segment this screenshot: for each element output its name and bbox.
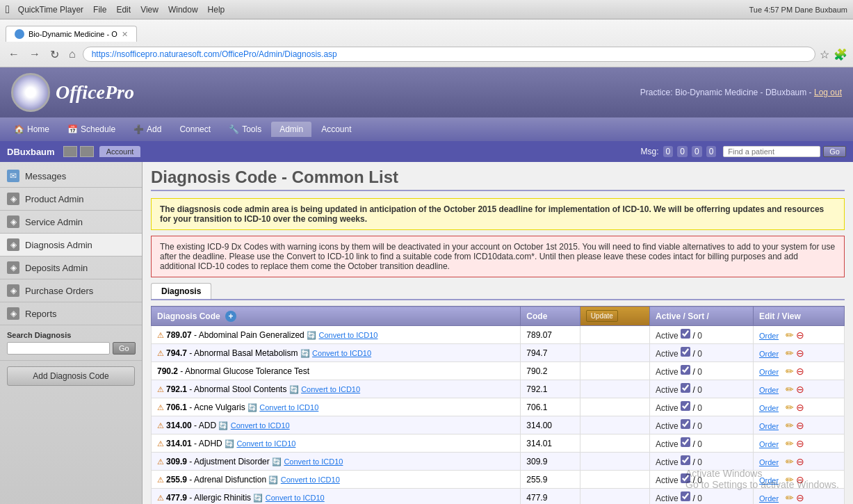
home-button[interactable]: ⌂ (66, 47, 79, 62)
menu-file[interactable]: File (93, 5, 106, 15)
sidebar-go-button[interactable]: Go (113, 342, 136, 355)
account-tab[interactable]: Account (99, 146, 141, 157)
msg-badge-4[interactable]: 0 (706, 146, 717, 157)
sidebar-item-purchase-orders[interactable]: ◈ Purchase Orders (0, 279, 142, 302)
browser-tab[interactable]: Bio-Dynamic Medicine - O ✕ (6, 26, 137, 42)
active-checkbox[interactable] (681, 347, 690, 357)
order-link[interactable]: Order (759, 386, 779, 394)
order-link[interactable]: Order (759, 368, 779, 376)
delete-icon[interactable]: ⊖ (796, 330, 804, 341)
edit-icon[interactable]: ✏ (786, 384, 794, 395)
order-link[interactable]: Order (759, 440, 779, 448)
nav-add[interactable]: ➕ Add (125, 122, 170, 137)
patient-search-input[interactable] (723, 146, 820, 157)
nav-admin[interactable]: Admin (271, 122, 311, 137)
msg-badge-2[interactable]: 0 (677, 146, 688, 157)
active-checkbox[interactable] (681, 365, 690, 375)
edit-icon[interactable]: ✏ (786, 402, 794, 413)
sidebar-item-product-admin[interactable]: ◈ Product Admin (0, 188, 142, 211)
nav-tools[interactable]: 🔧 Tools (220, 122, 270, 137)
delete-icon[interactable]: ⊖ (796, 348, 804, 359)
mac-menu[interactable]: QuickTime Player File Edit View Window H… (18, 5, 225, 15)
extensions-button[interactable]: 🧩 (834, 48, 847, 61)
order-link[interactable]: Order (759, 476, 779, 485)
edit-view-cell: Order ✏ ⊖ (753, 398, 844, 416)
address-bar[interactable] (83, 47, 815, 62)
sub-header: DBuxbaum Account Msg: 0 0 0 0 Go (0, 141, 853, 162)
delete-icon[interactable]: ⊖ (796, 492, 804, 503)
active-checkbox[interactable] (681, 419, 690, 429)
msg-badge-3[interactable]: 0 (692, 146, 702, 157)
edit-icon[interactable]: ✏ (786, 420, 794, 431)
bookmark-button[interactable]: ☆ (820, 48, 829, 61)
order-link[interactable]: Order (759, 458, 779, 466)
menu-quicktime[interactable]: QuickTime Player (18, 5, 83, 15)
order-link[interactable]: Order (759, 494, 779, 503)
sidebar-item-service-admin[interactable]: ◈ Service Admin (0, 211, 142, 234)
view-icon-2[interactable] (80, 146, 94, 157)
tab-close-button[interactable]: ✕ (122, 30, 128, 39)
delete-icon[interactable]: ⊖ (796, 420, 804, 431)
update-button[interactable]: Update (586, 310, 618, 322)
search-go-button[interactable]: Go (823, 146, 846, 157)
delete-icon[interactable]: ⊖ (796, 384, 804, 395)
delete-icon[interactable]: ⊖ (796, 402, 804, 413)
convert-link[interactable]: Convert to ICD10 (284, 457, 343, 466)
menu-edit[interactable]: Edit (116, 5, 131, 15)
active-checkbox[interactable] (681, 455, 690, 465)
convert-link[interactable]: Convert to ICD10 (231, 421, 290, 430)
menu-help[interactable]: Help (208, 5, 225, 15)
convert-link[interactable]: Convert to ICD10 (312, 349, 371, 357)
active-checkbox[interactable] (681, 383, 690, 393)
convert-link[interactable]: Convert to ICD10 (301, 385, 360, 393)
order-link[interactable]: Order (759, 350, 779, 358)
refresh-button[interactable]: ↻ (47, 47, 62, 63)
convert-link[interactable]: Convert to ICD10 (236, 439, 295, 448)
sidebar-search-input[interactable] (7, 342, 110, 355)
edit-icon[interactable]: ✏ (786, 492, 794, 503)
edit-icon[interactable]: ✏ (786, 348, 794, 359)
sidebar-item-messages[interactable]: ✉ Messages (0, 165, 142, 188)
logout-link[interactable]: Log out (814, 88, 842, 97)
menu-window[interactable]: Window (168, 5, 198, 15)
active-status: Active (656, 403, 679, 413)
delete-icon[interactable]: ⊖ (796, 366, 804, 377)
edit-icon[interactable]: ✏ (786, 456, 794, 467)
back-button[interactable]: ← (6, 47, 22, 62)
edit-icon[interactable]: ✏ (786, 366, 794, 377)
tab-diagnosis[interactable]: Diagnosis (151, 283, 211, 299)
convert-link[interactable]: Convert to ICD10 (318, 331, 377, 339)
convert-link[interactable]: Convert to ICD10 (266, 494, 325, 502)
active-checkbox[interactable] (681, 473, 690, 483)
msg-badge-1[interactable]: 0 (663, 146, 674, 157)
add-diagnosis-code-button[interactable]: Add Diagnosis Code (7, 366, 135, 386)
view-icon-1[interactable] (63, 146, 77, 157)
active-checkbox[interactable] (681, 437, 690, 447)
edit-view-cell: Order ✏ ⊖ (753, 362, 844, 380)
menu-view[interactable]: View (140, 5, 159, 15)
order-link[interactable]: Order (759, 404, 779, 412)
order-link[interactable]: Order (759, 332, 779, 340)
browser-chrome: Bio-Dynamic Medicine - O ✕ ← → ↻ ⌂ ☆ 🧩 (0, 19, 853, 67)
nav-home[interactable]: 🏠 Home (6, 122, 58, 137)
active-checkbox[interactable] (681, 329, 690, 339)
convert-link[interactable]: Convert to ICD10 (281, 475, 340, 484)
delete-icon[interactable]: ⊖ (796, 456, 804, 467)
forward-button[interactable]: → (26, 47, 43, 62)
sidebar-item-diagnosis-admin[interactable]: ◈ Diagnosis Admin (0, 234, 142, 257)
order-link[interactable]: Order (759, 422, 779, 430)
edit-icon[interactable]: ✏ (786, 474, 794, 485)
nav-schedule[interactable]: 📅 Schedule (59, 122, 124, 137)
edit-icon[interactable]: ✏ (786, 330, 794, 341)
edit-icon[interactable]: ✏ (786, 438, 794, 449)
convert-link[interactable]: Convert to ICD10 (259, 403, 318, 412)
nav-account[interactable]: Account (313, 122, 359, 137)
active-checkbox[interactable] (681, 491, 690, 501)
nav-connect[interactable]: Connect (171, 122, 219, 137)
sidebar-item-deposits-admin[interactable]: ◈ Deposits Admin (0, 257, 142, 279)
sidebar-item-reports[interactable]: ◈ Reports (0, 302, 142, 325)
delete-icon[interactable]: ⊖ (796, 474, 804, 485)
add-code-icon[interactable]: + (225, 311, 236, 322)
active-checkbox[interactable] (681, 401, 690, 411)
delete-icon[interactable]: ⊖ (796, 438, 804, 449)
